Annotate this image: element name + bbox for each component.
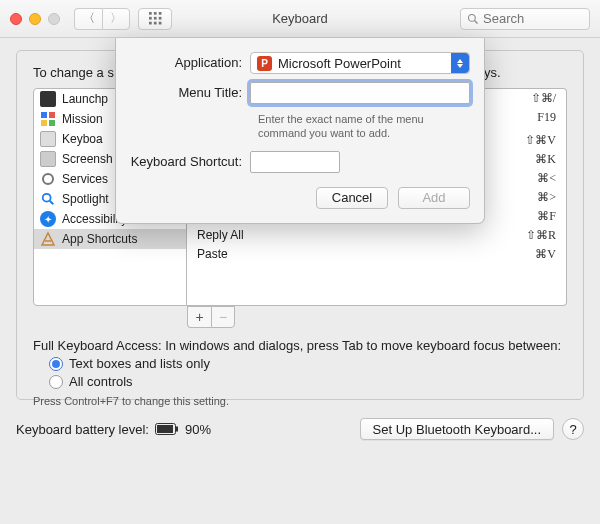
application-popup[interactable]: P Microsoft PowerPoint: [250, 52, 470, 74]
bottom-bar: Keyboard battery level: 90% Set Up Bluet…: [16, 418, 584, 440]
radio-text-boxes[interactable]: Text boxes and lists only: [49, 356, 567, 371]
add-shortcut-button[interactable]: +: [187, 306, 211, 328]
battery-value: 90%: [185, 422, 211, 437]
grid-icon: [149, 12, 162, 25]
svg-point-15: [43, 174, 53, 184]
sidebar-item-app-shortcuts[interactable]: App Shortcuts: [34, 229, 186, 249]
svg-rect-4: [153, 17, 156, 20]
full-keyboard-access-label: Full Keyboard Access: In windows and dia…: [33, 338, 567, 353]
search-input[interactable]: [483, 11, 583, 26]
add-shortcut-sheet: Application: P Microsoft PowerPoint Menu…: [115, 38, 485, 224]
forward-button[interactable]: 〉: [102, 8, 130, 30]
svg-rect-6: [149, 22, 152, 25]
screenshot-icon: [40, 151, 56, 167]
svg-rect-11: [41, 112, 47, 118]
launchpad-icon: [40, 91, 56, 107]
accessibility-icon: ✦: [40, 211, 56, 227]
application-label: Application:: [130, 52, 250, 70]
add-button[interactable]: Add: [398, 187, 470, 209]
mission-control-icon: [40, 111, 56, 127]
window-title: Keyboard: [272, 11, 328, 26]
list-item[interactable]: Paste⌘V: [187, 245, 566, 264]
svg-rect-0: [149, 12, 152, 15]
menu-title-input[interactable]: [250, 82, 470, 104]
fka-note: Press Control+F7 to change this setting.: [33, 395, 567, 407]
svg-rect-12: [49, 112, 55, 118]
spotlight-icon: [40, 191, 56, 207]
svg-rect-19: [176, 427, 178, 432]
battery-label: Keyboard battery level:: [16, 422, 149, 437]
svg-rect-13: [41, 120, 47, 126]
radio-button-icon: [49, 357, 63, 371]
app-shortcuts-icon: [40, 231, 56, 247]
powerpoint-icon: P: [257, 56, 272, 71]
help-button[interactable]: ?: [562, 418, 584, 440]
keyboard-icon: [40, 131, 56, 147]
application-value: Microsoft PowerPoint: [278, 56, 401, 71]
svg-line-17: [50, 201, 54, 205]
svg-point-16: [43, 194, 51, 202]
radio-all-controls[interactable]: All controls: [49, 374, 567, 389]
menu-title-hint: Enter the exact name of the menu command…: [258, 112, 470, 141]
keyboard-shortcut-input[interactable]: [250, 151, 340, 173]
preferences-pane: Application: P Microsoft PowerPoint Menu…: [0, 38, 600, 524]
svg-rect-2: [158, 12, 161, 15]
svg-rect-14: [49, 120, 55, 126]
show-all-button[interactable]: [138, 8, 172, 30]
minimize-window-button[interactable]: [29, 13, 41, 25]
search-icon: [467, 13, 479, 25]
zoom-window-button[interactable]: [48, 13, 60, 25]
svg-rect-20: [157, 425, 173, 433]
back-button[interactable]: 〈: [74, 8, 102, 30]
bluetooth-keyboard-button[interactable]: Set Up Bluetooth Keyboard...: [360, 418, 554, 440]
remove-shortcut-button[interactable]: −: [211, 306, 235, 328]
keyboard-shortcut-label: Keyboard Shortcut:: [130, 151, 250, 169]
list-item[interactable]: Reply All⇧⌘R: [187, 226, 566, 245]
svg-rect-1: [153, 12, 156, 15]
svg-rect-8: [158, 22, 161, 25]
close-window-button[interactable]: [10, 13, 22, 25]
radio-button-icon: [49, 375, 63, 389]
window-titlebar: 〈 〉 Keyboard: [0, 0, 600, 38]
svg-rect-7: [153, 22, 156, 25]
nav-buttons: 〈 〉: [74, 8, 130, 30]
svg-point-9: [469, 14, 476, 21]
battery-icon: [155, 423, 179, 435]
svg-line-10: [475, 20, 478, 23]
menu-title-label: Menu Title:: [130, 82, 250, 100]
svg-rect-5: [158, 17, 161, 20]
traffic-lights: [10, 13, 60, 25]
search-field[interactable]: [460, 8, 590, 30]
services-icon: [40, 171, 56, 187]
cancel-button[interactable]: Cancel: [316, 187, 388, 209]
svg-rect-3: [149, 17, 152, 20]
popup-arrows-icon: [451, 53, 469, 73]
